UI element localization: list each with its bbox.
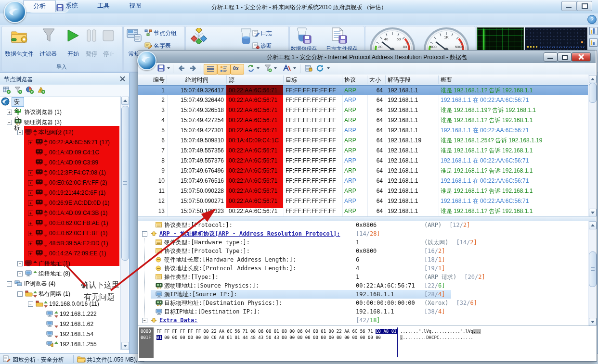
col-summary[interactable]: 概要: [441, 76, 452, 84]
log-icon[interactable]: [252, 30, 260, 37]
node-group-icon[interactable]: [144, 29, 152, 36]
tree-item[interactable]: 192.168.1.54: [0, 329, 120, 339]
packet-row[interactable]: 1115:07:50.09022800:22:AA:6C:56:71FF:FF:…: [138, 186, 588, 197]
packet-row[interactable]: 315:07:49.32651800:22:AA:6C:56:71FF:FF:F…: [138, 105, 588, 116]
scroll-down-icon[interactable]: [121, 342, 129, 350]
detail-view-toggle[interactable]: [217, 64, 231, 75]
packet-scroll-thumb[interactable]: [589, 83, 597, 103]
decode-expander-icon[interactable]: −: [142, 318, 147, 323]
decode-settings-icon[interactable]: [305, 64, 312, 72]
start-icon[interactable]: [66, 29, 80, 42]
tree-expander-icon[interactable]: −: [7, 281, 12, 287]
log-file-save-icon[interactable]: [330, 27, 348, 44]
general-settings-icon[interactable]: [127, 28, 142, 42]
tab-3[interactable]: 视图: [119, 0, 151, 12]
hex-view-toggle[interactable]: 0x: [231, 64, 244, 75]
decode-row[interactable]: −ARP - 地址解析协议[ARP - Address Resolution P…: [138, 229, 586, 238]
tree-expander-icon[interactable]: +: [7, 110, 12, 115]
packet-file-button[interactable]: 数据包文件: [2, 50, 37, 58]
add-report-icon[interactable]: [3, 87, 11, 94]
sidebar-scrollbar[interactable]: [120, 96, 129, 350]
panel-close-icon[interactable]: [120, 76, 125, 81]
name-table-button[interactable]: 名字表: [154, 42, 171, 50]
display-format-icon[interactable]: [283, 64, 291, 72]
tree-item[interactable]: 192.168.1.222: [0, 309, 120, 319]
decode-scroll-thumb[interactable]: [589, 251, 597, 287]
log-button[interactable]: 日志: [260, 29, 272, 38]
packet-window-titlebar[interactable]: 分析工程 1 - 安全分析 - Internet Protocol Addres…: [138, 50, 596, 63]
packet-buffer-icon[interactable]: [239, 28, 253, 44]
save-packets-icon[interactable]: [157, 64, 165, 72]
forward-icon[interactable]: [189, 64, 197, 72]
tree-expander-icon[interactable]: +: [17, 271, 23, 276]
order-icon[interactable]: [247, 64, 255, 72]
packet-row[interactable]: 115:07:49.32641700:22:AA:6C:56:71FF:FF:F…: [138, 85, 588, 96]
tree-root-label[interactable]: 安全分析: [12, 97, 24, 107]
tree-expander-icon[interactable]: −: [17, 130, 23, 135]
decode-row[interactable]: 目标物理地址:[Destination Physics:]:00:00:00:0…: [138, 299, 586, 307]
packet-row[interactable]: 915:07:49.67649600:22:AA:6C:56:71FF:FF:F…: [138, 166, 588, 176]
list-view-toggle[interactable]: [204, 64, 217, 75]
decode-row[interactable]: 目标IP地址:[Destination IP:]:192.168.1.1[38/…: [138, 307, 586, 316]
tree-item[interactable]: 192.168.1.255: [0, 339, 120, 350]
packet-table-header[interactable]: 编号 绝对时间 源 目标 协议 大小 解码字段 概要: [138, 75, 588, 86]
col-dest[interactable]: 目标: [286, 76, 297, 84]
add-alarm-icon[interactable]: [38, 87, 46, 94]
packet-row[interactable]: 715:07:49.55735600:22:AA:6C:56:71FF:FF:F…: [138, 146, 588, 156]
packet-scroll-down-icon[interactable]: [589, 209, 597, 217]
decode-row[interactable]: 协议地址长度:[Protocol Address Length:]:4[19/1…: [138, 264, 586, 273]
child-restore-button[interactable]: [558, 52, 572, 62]
packet-file-icon[interactable]: [11, 28, 28, 43]
col-source[interactable]: 源: [229, 76, 234, 84]
chart-tool-icon-1[interactable]: [589, 27, 598, 35]
packet-row[interactable]: 615:07:49.50981000:1A:4D:09:C4:1CFF:FF:F…: [138, 136, 588, 146]
packet-save-icon[interactable]: [295, 27, 312, 44]
col-protocol[interactable]: 协议: [344, 76, 356, 84]
name-table-icon[interactable]: [144, 42, 152, 49]
decode-row[interactable]: 硬件地址长度:[Hardware Address Length:]:6[18/1…: [138, 255, 586, 264]
decode-row[interactable]: 协议类型:[Protocol:]:0x0806(ARP)[12/2]: [138, 221, 586, 229]
tree-expander-icon[interactable]: −: [17, 291, 23, 297]
minimize-button[interactable]: [561, 1, 577, 11]
sidebar-scroll-thumb[interactable]: [121, 106, 129, 261]
filter-icon[interactable]: [41, 28, 56, 43]
decode-row[interactable]: 源IP地址:[Source IP:]:192.168.1.1[28/4]: [138, 290, 586, 299]
decode-scrollbar[interactable]: [588, 221, 596, 326]
decode-row[interactable]: 操作类型:[Type:]:1(ARP 请求)[20/2]: [138, 273, 586, 281]
back-icon[interactable]: [178, 64, 185, 72]
matrix-view-icon[interactable]: [190, 28, 208, 44]
tab-0[interactable]: 分析: [23, 0, 56, 12]
tree-item[interactable]: +组播地址 (8): [0, 269, 120, 279]
decode-row[interactable]: 协议类型:[Protocol Type:]:0x0800[16/2]: [138, 247, 586, 255]
tree-expander-icon[interactable]: −: [28, 301, 33, 307]
child-minimize-button[interactable]: [544, 52, 558, 62]
col-size[interactable]: 大小: [369, 76, 381, 84]
hex-pane[interactable]: 0000FF FF FF FF FF FF 00 22 AA 6C 56 71 …: [138, 326, 596, 361]
packet-row[interactable]: 1315:07:50.19032300:22:AA:6C:56:71FF:FF:…: [138, 206, 588, 217]
col-time[interactable]: 绝对时间: [185, 76, 208, 84]
add-filter-icon[interactable]: [14, 87, 23, 94]
decode-row[interactable]: −Extra Data:[42/18]: [138, 316, 586, 325]
packet-row[interactable]: 415:07:49.42725400:22:AA:6C:56:71FF:FF:F…: [138, 115, 588, 126]
app-logo-icon[interactable]: [4, 1, 26, 23]
col-decoded-field[interactable]: 解码字段: [388, 76, 411, 84]
packet-row[interactable]: 215:07:49.32644000:22:AA:6C:56:71FF:FF:F…: [138, 95, 588, 106]
help-button[interactable]: ?: [587, 15, 597, 24]
diagnosis-icon[interactable]: [252, 42, 260, 49]
packet-row[interactable]: 1015:07:49.67651600:22:AA:6C:56:71FF:FF:…: [138, 176, 588, 187]
diagnosis-button[interactable]: 诊断: [260, 42, 272, 50]
tree-expander-icon[interactable]: −: [7, 120, 12, 125]
packet-row[interactable]: 815:07:49.55737600:22:AA:6C:56:71FF:FF:F…: [138, 156, 588, 166]
decode-row[interactable]: 源物理地址:[Source Physics:]:00:22:AA:6C:56:7…: [138, 281, 586, 290]
packet-scrollbar[interactable]: [588, 75, 596, 216]
decode-row[interactable]: 硬件类型:[Hardware type:]:1(以太网)[14/2]: [138, 238, 586, 247]
tree-expander-icon[interactable]: +: [17, 261, 23, 266]
packet-filter-icon[interactable]: [264, 64, 272, 72]
restore-button[interactable]: [577, 1, 592, 11]
packet-scroll-up-icon[interactable]: [589, 75, 597, 83]
packet-row[interactable]: 515:07:49.42730100:22:AA:6C:56:71FF:FF:F…: [138, 126, 588, 136]
tree-item[interactable]: 192.168.1.62: [0, 319, 120, 329]
decode-scroll-down-icon[interactable]: [589, 318, 597, 326]
packet-row[interactable]: 1215:07:50.09027100:22:AA:6C:56:71FF:FF:…: [138, 196, 588, 207]
node-group-button[interactable]: 节点分组: [154, 29, 177, 38]
